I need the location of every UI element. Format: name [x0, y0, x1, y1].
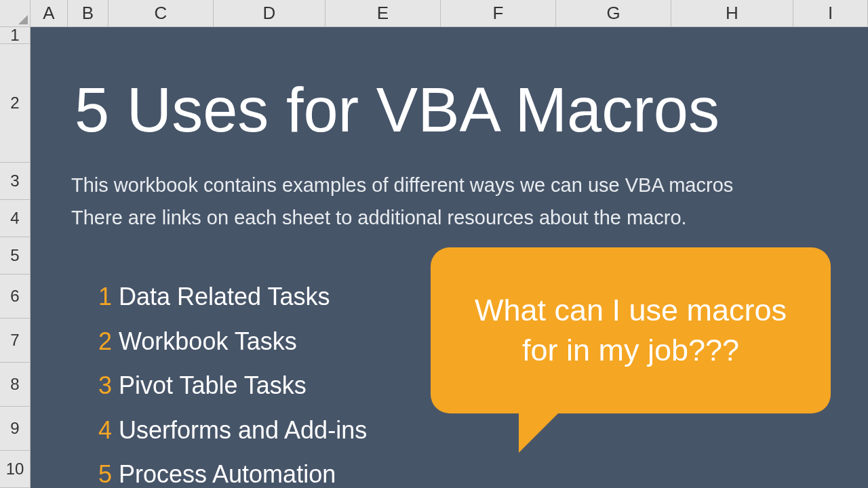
column-header[interactable]: D	[214, 0, 326, 27]
description-line: This workbook contains examples of diffe…	[71, 169, 733, 202]
row-header[interactable]: 4	[0, 200, 31, 237]
row-header[interactable]: 10	[0, 451, 31, 488]
description-text: This workbook contains examples of diffe…	[71, 169, 733, 235]
description-line: There are links on each sheet to additio…	[71, 202, 733, 235]
list-number: 2	[85, 319, 112, 364]
callout-text: What can I use macros for in my job???	[458, 291, 804, 370]
row-header[interactable]: 1	[0, 27, 31, 44]
list-item: 3 Pivot Table Tasks	[85, 363, 367, 408]
list-label: Pivot Table Tasks	[119, 363, 307, 408]
column-header[interactable]: H	[671, 0, 793, 27]
column-header[interactable]: C	[108, 0, 214, 27]
row-headers-column: 1 2 3 4 5 6 7 8 9 10	[0, 27, 31, 488]
list-label: Data Related Tasks	[119, 274, 330, 319]
column-header[interactable]: A	[31, 0, 68, 27]
list-number: 1	[85, 274, 112, 319]
list-number: 4	[85, 408, 112, 453]
column-headers-row: A B C D E F G H I	[0, 0, 868, 27]
list-number: 5	[85, 452, 112, 488]
list-item: 2 Workbook Tasks	[85, 319, 367, 364]
row-header[interactable]: 2	[0, 44, 31, 163]
list-label: Workbook Tasks	[119, 319, 297, 364]
column-header[interactable]: F	[441, 0, 556, 27]
list-item: 1 Data Related Tasks	[85, 274, 367, 319]
page-title: 5 Uses for VBA Macros	[75, 75, 719, 146]
row-header[interactable]: 8	[0, 363, 31, 407]
list-label: Process Automation	[119, 452, 336, 488]
list-label: Userforms and Add-ins	[119, 408, 367, 453]
select-all-corner[interactable]	[0, 0, 31, 27]
row-header[interactable]: 5	[0, 237, 31, 274]
column-header[interactable]: B	[68, 0, 108, 27]
column-header[interactable]: E	[326, 0, 441, 27]
speech-callout: What can I use macros for in my job???	[431, 247, 831, 413]
uses-list: 1 Data Related Tasks 2 Workbook Tasks 3 …	[85, 274, 367, 488]
list-item: 4 Userforms and Add-ins	[85, 408, 367, 453]
worksheet-area[interactable]: 5 Uses for VBA Macros This workbook cont…	[31, 27, 868, 488]
list-number: 3	[85, 363, 112, 408]
list-item: 5 Process Automation	[85, 452, 367, 488]
row-header[interactable]: 6	[0, 274, 31, 319]
column-header[interactable]: I	[793, 0, 868, 27]
column-header[interactable]: G	[556, 0, 671, 27]
row-header[interactable]: 3	[0, 163, 31, 200]
row-header[interactable]: 7	[0, 319, 31, 363]
speech-callout-tail-icon	[519, 405, 566, 453]
row-header[interactable]: 9	[0, 407, 31, 451]
